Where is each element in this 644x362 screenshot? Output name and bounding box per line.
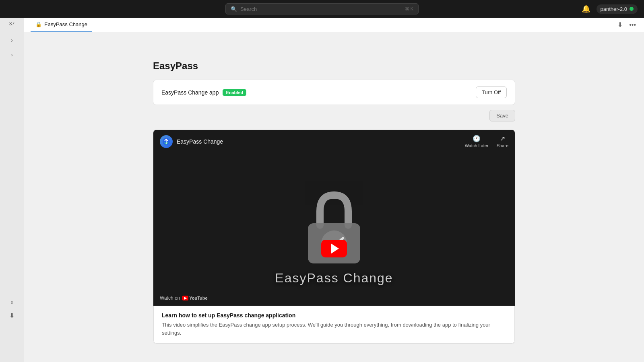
tab-bar-actions: ⬇ ••• [616, 19, 638, 30]
channel-icon [160, 135, 173, 148]
play-button[interactable] [321, 240, 347, 257]
search-icon: 🔍 [231, 6, 237, 12]
watch-later-label: Watch Later [465, 143, 489, 148]
status-card-left: EasyPass Change app Enabled [161, 89, 246, 96]
user-badge: panther-2.0 [597, 4, 638, 14]
user-status-dot [630, 7, 634, 11]
app-status-card: EasyPass Change app Enabled Turn Off [153, 80, 515, 105]
watch-on-youtube: Watch on ▶ YouTube [160, 295, 208, 301]
video-actions: 🕐 Watch Later ↗ Share [465, 135, 508, 148]
search-shortcut: ⌘ K [405, 6, 413, 12]
video-info-card: Learn how to set up EasyPass change appl… [153, 306, 515, 343]
page-title: EasyPass [153, 60, 515, 72]
app-label: EasyPass Change app [161, 89, 219, 96]
watch-later-icon: 🕐 [473, 135, 481, 142]
channel-name: EasyPass Change [177, 138, 223, 145]
search-input[interactable] [240, 6, 402, 12]
topbar: 🔍 ⌘ K 🔔 panther-2.0 [0, 0, 644, 18]
youtube-logo: ▶ YouTube [182, 296, 207, 300]
video-top-bar: EasyPass Change 🕐 Watch Later ↗ Share [153, 130, 515, 153]
tab-pin-button[interactable]: ⬇ [616, 19, 624, 30]
sidebar-download-button[interactable]: ⬇ [7, 309, 17, 322]
youtube-logo-text: YouTube [189, 296, 207, 300]
video-title-area: EasyPass Change [160, 135, 223, 148]
sidebar-counter: 37 [9, 21, 14, 27]
enabled-badge: Enabled [223, 89, 246, 96]
sidebar-partial-text: e [10, 300, 13, 304]
share-icon: ↗ [500, 135, 505, 142]
save-button[interactable]: Save [489, 110, 515, 121]
watch-on-label: Watch on [160, 295, 180, 301]
sidebar-expand-2[interactable]: › [8, 49, 15, 60]
tab-easypass[interactable]: 🔒 EasyPass Change [31, 18, 92, 32]
youtube-logo-icon: ▶ [182, 296, 188, 300]
video-title-overlay: EasyPass Change [153, 271, 515, 286]
topbar-right: 🔔 panther-2.0 [580, 2, 638, 15]
tab-more-button[interactable]: ••• [627, 20, 638, 30]
watch-later-button[interactable]: 🕐 Watch Later [465, 135, 489, 148]
video-container: EasyPass Change 🕐 Watch Later ↗ Share [153, 130, 515, 344]
save-row: Save [153, 110, 515, 121]
search-container[interactable]: 🔍 ⌘ K [225, 3, 419, 14]
tab-label: EasyPass Change [44, 21, 87, 27]
page-wrapper: EasyPass EasyPass Change app Enabled Tur… [153, 60, 515, 344]
video-thumbnail[interactable]: EasyPass Change Watch on ▶ YouTube [153, 153, 515, 306]
tab-icon: 🔒 [35, 21, 42, 27]
share-button[interactable]: ↗ Share [497, 135, 508, 148]
turn-off-button[interactable]: Turn Off [476, 86, 507, 98]
video-info-title: Learn how to set up EasyPass change appl… [162, 312, 506, 319]
tab-bar: 🔒 EasyPass Change ⬇ ••• [24, 18, 644, 32]
main-layout: 37 › › e ⬇ 🔒 EasyPass Change ⬇ ••• EasyP [0, 18, 644, 362]
sidebar-expand-1[interactable]: › [8, 35, 15, 46]
content-area: EasyPass EasyPass Change app Enabled Tur… [24, 32, 644, 362]
sidebar-bottom: e ⬇ [7, 300, 17, 322]
video-info-desc: This video simplifies the EasyPass chang… [162, 321, 506, 337]
notification-bell-button[interactable]: 🔔 [580, 2, 592, 15]
lock-icon [298, 189, 370, 269]
user-name: panther-2.0 [601, 6, 627, 12]
share-label: Share [497, 143, 508, 148]
play-triangle [331, 243, 339, 254]
sidebar: 37 › › e ⬇ [0, 18, 24, 362]
